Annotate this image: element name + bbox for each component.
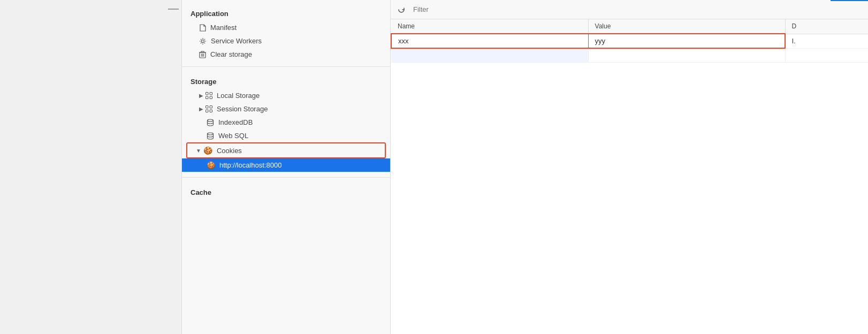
empty-value [588, 48, 785, 63]
col-header-value[interactable]: Value [588, 19, 785, 34]
svg-rect-7 [210, 106, 212, 109]
web-sql-label: Web SQL [218, 132, 382, 140]
sidebar-item-web-sql[interactable]: Web SQL [182, 129, 390, 142]
table-container: Name Value D xxx yyy l. [391, 19, 868, 334]
local-storage-grid-icon [205, 92, 212, 99]
indexeddb-icon [207, 119, 214, 126]
cookies-icon: 🍪 [203, 146, 212, 155]
svg-rect-2 [206, 93, 209, 95]
sidebar-item-cookies[interactable]: ▼ 🍪 Cookies [187, 143, 385, 157]
cookies-border: ▼ 🍪 Cookies [186, 142, 386, 158]
svg-rect-8 [206, 110, 209, 112]
application-section-header: Application [182, 4, 390, 21]
cache-section-header: Cache [182, 183, 390, 200]
svg-rect-6 [206, 106, 209, 109]
clear-storage-label: Clear storage [210, 50, 382, 58]
localhost-cookie-icon: 🍪 [207, 161, 215, 169]
web-sql-icon [207, 132, 214, 140]
toolbar-wrapper [391, 0, 868, 19]
svg-rect-9 [210, 110, 212, 112]
session-storage-arrow: ▶ [199, 106, 203, 112]
refresh-button[interactable] [395, 3, 408, 16]
cookies-label: Cookies [217, 147, 376, 155]
toolbar [391, 0, 868, 19]
session-storage-label: Session Storage [217, 105, 382, 113]
cookies-arrow: ▼ [196, 148, 201, 154]
left-edge-panel [0, 0, 182, 334]
indexeddb-label: IndexedDB [218, 118, 382, 126]
gear-icon [199, 37, 207, 45]
sidebar-item-manifest[interactable]: Manifest [182, 21, 390, 34]
table-row[interactable]: xxx yyy l. [391, 34, 868, 48]
manifest-label: Manifest [210, 24, 382, 32]
sidebar-item-local-storage[interactable]: ▶ Local Storage [182, 89, 390, 102]
divider-2 [182, 177, 390, 178]
cell-domain: l. [785, 34, 868, 48]
svg-point-10 [208, 119, 214, 122]
filter-input[interactable] [411, 4, 864, 14]
cookies-table: Name Value D xxx yyy l. [391, 19, 868, 63]
svg-point-11 [208, 133, 214, 135]
cell-name: xxx [391, 34, 588, 48]
table-header-row: Name Value D [391, 19, 868, 34]
divider-1 [182, 66, 390, 67]
empty-domain [785, 48, 868, 63]
svg-point-0 [202, 40, 204, 42]
table-row-empty [391, 48, 868, 63]
active-tab-indicator [831, 0, 868, 1]
trash-icon [199, 51, 206, 58]
sidebar-item-service-workers[interactable]: Service Workers [182, 34, 390, 48]
svg-rect-3 [210, 93, 212, 95]
sidebar-item-localhost[interactable]: 🍪 http://localhost:8000 [182, 158, 390, 172]
local-storage-arrow: ▶ [199, 93, 203, 98]
col-header-name[interactable]: Name [391, 19, 588, 34]
sidebar-item-session-storage[interactable]: ▶ Session Storage [182, 102, 390, 116]
main-panel: Name Value D xxx yyy l. [391, 0, 868, 334]
sidebar: Application Manifest Service Workers [182, 0, 391, 334]
cell-value: yyy [588, 34, 785, 48]
sidebar-item-indexeddb[interactable]: IndexedDB [182, 116, 390, 129]
empty-name [391, 48, 588, 63]
sidebar-item-clear-storage[interactable]: Clear storage [182, 48, 390, 61]
session-storage-grid-icon [205, 105, 212, 112]
svg-rect-4 [206, 96, 209, 99]
localhost-label: http://localhost:8000 [219, 161, 382, 169]
service-workers-label: Service Workers [211, 37, 382, 45]
storage-section-header: Storage [182, 72, 390, 89]
svg-rect-5 [210, 96, 212, 99]
col-header-domain[interactable]: D [785, 19, 868, 34]
local-storage-label: Local Storage [217, 92, 382, 100]
panel-handle [168, 9, 179, 10]
cookies-section: ▼ 🍪 Cookies [182, 142, 390, 158]
doc-icon [199, 24, 206, 32]
